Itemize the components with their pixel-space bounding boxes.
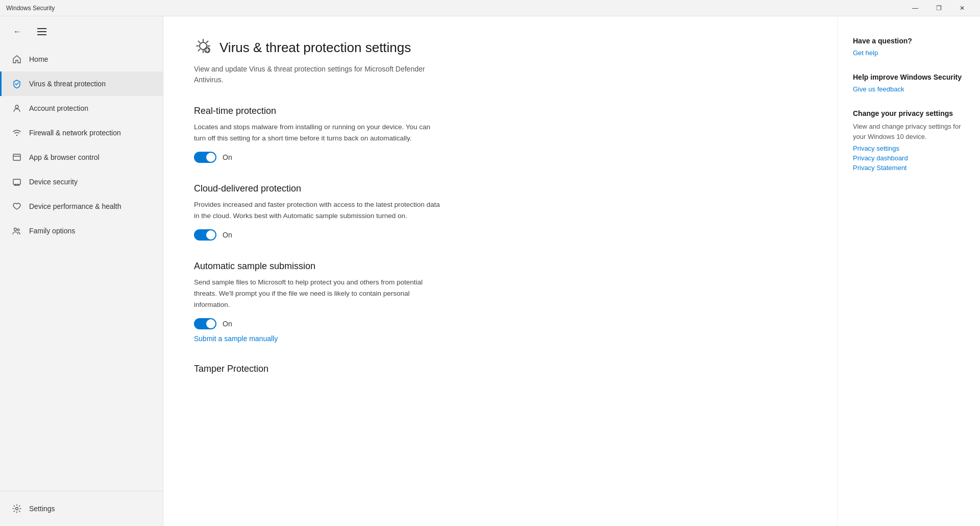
- title-bar: Windows Security — ❐ ✕: [0, 0, 980, 16]
- back-icon: ←: [13, 27, 21, 36]
- app-body: ← Home: [0, 16, 980, 526]
- close-button[interactable]: ✕: [950, 0, 974, 16]
- right-question-title: Have a question?: [853, 37, 965, 45]
- sidebar-item-home-label: Home: [29, 55, 48, 63]
- right-panel: Have a question? Get help Help improve W…: [837, 16, 980, 526]
- sample-title: Automatic sample submission: [194, 261, 459, 272]
- sidebar-item-app-browser[interactable]: App & browser control: [0, 145, 163, 170]
- sidebar-item-home[interactable]: Home: [0, 47, 163, 71]
- cloud-toggle[interactable]: [194, 229, 216, 241]
- realtime-toggle-label: On: [223, 153, 232, 161]
- nav-list: Home Virus & threat protection: [0, 47, 163, 491]
- sidebar-item-firewall-label: Firewall & network protection: [29, 129, 121, 137]
- sidebar-item-virus-threat-label: Virus & threat protection: [29, 80, 106, 88]
- sample-submission-section: Automatic sample submission Send sample …: [194, 261, 459, 343]
- window-controls: — ❐ ✕: [903, 0, 974, 16]
- hamburger-button[interactable]: [33, 22, 51, 41]
- sidebar-top: ←: [0, 16, 163, 47]
- back-button[interactable]: ←: [8, 22, 27, 41]
- realtime-title: Real-time protection: [194, 106, 459, 116]
- wifi-icon: [12, 128, 22, 138]
- right-section-question: Have a question? Get help: [853, 37, 965, 57]
- sidebar-item-family-options-label: Family options: [29, 227, 75, 235]
- svg-rect-3: [13, 179, 20, 184]
- tamper-title: Tamper Protection: [194, 364, 459, 374]
- hamburger-line-3: [37, 34, 46, 35]
- sidebar-item-settings-label: Settings: [29, 505, 55, 513]
- sidebar-item-family-options[interactable]: Family options: [0, 219, 163, 243]
- shield-icon: [12, 79, 22, 89]
- sidebar-item-device-security-label: Device security: [29, 178, 78, 186]
- feedback-link[interactable]: Give us feedback: [853, 85, 965, 93]
- right-privacy-description: View and change privacy settings for you…: [853, 122, 965, 141]
- cloud-description: Provides increased and faster protection…: [194, 199, 444, 221]
- realtime-description: Locates and stops malware from installin…: [194, 122, 444, 144]
- main-content: Virus & threat protection settings View …: [163, 16, 837, 526]
- realtime-toggle-row: On: [194, 152, 459, 163]
- tamper-protection-section: Tamper Protection: [194, 364, 459, 374]
- page-title-icon: [194, 37, 212, 59]
- minimize-button[interactable]: —: [903, 0, 927, 16]
- privacy-dashboard-link[interactable]: Privacy dashboard: [853, 154, 965, 162]
- sample-description: Send sample files to Microsoft to help p…: [194, 277, 444, 310]
- sidebar-item-device-performance-label: Device performance & health: [29, 202, 121, 210]
- app-title: Windows Security: [6, 5, 903, 12]
- sample-toggle-knob: [206, 319, 215, 328]
- sample-toggle-row: On: [194, 318, 459, 329]
- privacy-settings-link[interactable]: Privacy settings: [853, 145, 965, 152]
- svg-point-0: [15, 105, 18, 108]
- cloud-protection-section: Cloud-delivered protection Provides incr…: [194, 183, 459, 241]
- sidebar-bottom: Settings: [0, 491, 163, 526]
- device-icon: [12, 177, 22, 187]
- sidebar: ← Home: [0, 16, 163, 526]
- family-icon: [12, 226, 22, 236]
- person-icon: [12, 103, 22, 113]
- page-subtitle: View and update Virus & threat protectio…: [194, 64, 449, 85]
- cloud-title: Cloud-delivered protection: [194, 183, 459, 194]
- realtime-toggle-knob: [206, 153, 215, 162]
- svg-point-5: [17, 229, 19, 231]
- page-title: Virus & threat protection settings: [219, 40, 411, 56]
- privacy-statement-link[interactable]: Privacy Statement: [853, 164, 965, 172]
- svg-point-1: [16, 135, 17, 136]
- settings-icon: [12, 504, 22, 514]
- sample-toggle-label: On: [223, 320, 232, 328]
- svg-rect-2: [13, 154, 20, 160]
- sidebar-item-app-browser-label: App & browser control: [29, 153, 100, 161]
- page-header: Virus & threat protection settings: [194, 37, 806, 59]
- sidebar-item-device-performance[interactable]: Device performance & health: [0, 194, 163, 219]
- sidebar-item-device-security[interactable]: Device security: [0, 170, 163, 194]
- sidebar-item-account-label: Account protection: [29, 104, 88, 112]
- right-improve-title: Help improve Windows Security: [853, 73, 965, 81]
- right-privacy-title: Change your privacy settings: [853, 109, 965, 117]
- get-help-link[interactable]: Get help: [853, 49, 965, 57]
- cloud-toggle-row: On: [194, 229, 459, 241]
- heart-icon: [12, 201, 22, 211]
- browser-icon: [12, 152, 22, 162]
- cloud-toggle-label: On: [223, 231, 232, 239]
- sidebar-item-virus-threat[interactable]: Virus & threat protection: [0, 71, 163, 96]
- svg-point-4: [14, 228, 17, 231]
- cloud-toggle-knob: [206, 230, 215, 240]
- sidebar-item-firewall[interactable]: Firewall & network protection: [0, 121, 163, 145]
- right-section-improve: Help improve Windows Security Give us fe…: [853, 73, 965, 93]
- home-icon: [12, 54, 22, 64]
- realtime-protection-section: Real-time protection Locates and stops m…: [194, 106, 459, 163]
- hamburger-line-2: [37, 31, 46, 32]
- sample-toggle[interactable]: [194, 318, 216, 329]
- right-section-privacy: Change your privacy settings View and ch…: [853, 109, 965, 172]
- svg-point-6: [16, 508, 18, 510]
- realtime-toggle[interactable]: [194, 152, 216, 163]
- submit-sample-link[interactable]: Submit a sample manually: [194, 334, 278, 343]
- hamburger-line-1: [37, 28, 46, 29]
- sidebar-item-settings[interactable]: Settings: [0, 496, 163, 521]
- sidebar-item-account-protection[interactable]: Account protection: [0, 96, 163, 121]
- restore-button[interactable]: ❐: [927, 0, 950, 16]
